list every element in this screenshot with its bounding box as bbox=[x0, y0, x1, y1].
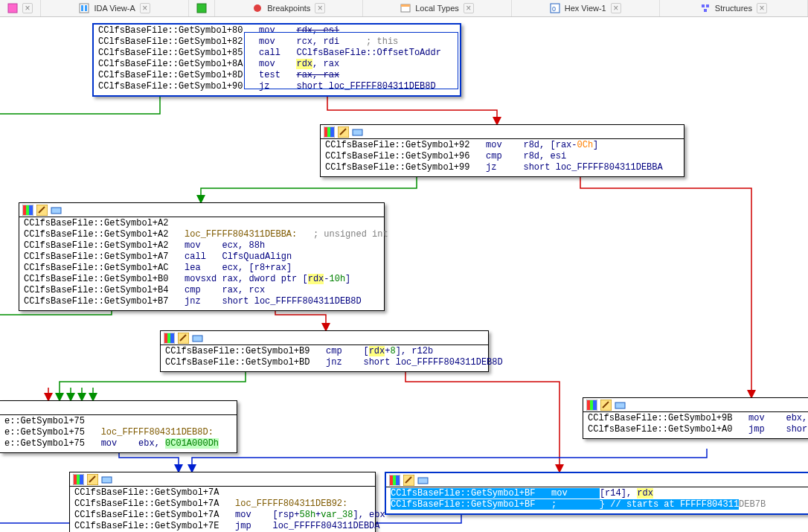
basic-block-b92[interactable]: CClfsBaseFile::GetSymbol+92 mov r8d, [ra… bbox=[320, 124, 684, 177]
tab-local-types[interactable]: Local Types × bbox=[363, 0, 511, 16]
close-icon[interactable]: × bbox=[611, 3, 621, 13]
svg-rect-46 bbox=[396, 475, 400, 485]
tab-label: IDA View-A bbox=[94, 4, 135, 13]
disasm-body: CClfsBaseFile::GetSymbol+92 mov r8d, [ra… bbox=[321, 139, 684, 176]
edit-icon[interactable] bbox=[600, 400, 612, 411]
struct-icon bbox=[700, 3, 711, 13]
tab-unknown-1[interactable]: × bbox=[0, 0, 41, 16]
svg-rect-22 bbox=[29, 205, 33, 215]
palette-icon bbox=[324, 126, 335, 138]
svg-rect-32 bbox=[587, 400, 590, 410]
svg-rect-0 bbox=[8, 4, 17, 13]
palette-icon bbox=[164, 333, 175, 344]
svg-rect-36 bbox=[615, 403, 625, 408]
tab-bar: × IDA View-A × Breakpoints × Local Types… bbox=[0, 0, 808, 17]
tab-hex-view[interactable]: 0 Hex View-1 × bbox=[512, 0, 660, 16]
svg-rect-1 bbox=[80, 4, 89, 13]
block-header bbox=[386, 473, 808, 487]
svg-rect-14 bbox=[324, 127, 327, 137]
svg-rect-42 bbox=[102, 477, 112, 483]
svg-rect-26 bbox=[164, 333, 167, 343]
ida-view-icon bbox=[79, 3, 89, 13]
svg-rect-27 bbox=[167, 333, 170, 343]
tab-label: Hex View-1 bbox=[565, 4, 606, 13]
svg-rect-28 bbox=[170, 333, 174, 343]
group-icon[interactable] bbox=[615, 400, 626, 411]
svg-rect-2 bbox=[81, 5, 83, 11]
svg-rect-34 bbox=[593, 400, 597, 410]
block-header bbox=[70, 472, 375, 487]
svg-rect-3 bbox=[85, 5, 87, 11]
palette-icon bbox=[73, 474, 84, 485]
tab-label: Local Types bbox=[415, 4, 459, 13]
tab-unknown-2[interactable] bbox=[189, 0, 215, 16]
svg-rect-21 bbox=[26, 205, 29, 215]
basic-block-b7A[interactable]: CClfsBaseFile::GetSymbol+7A CClfsBaseFil… bbox=[69, 472, 376, 532]
basic-block-bBF[interactable]: CClfsBaseFile::GetSymbol+BF mov [r14], r… bbox=[385, 472, 808, 515]
basic-block-bA2[interactable]: CClfsBaseFile::GetSymbol+A2 CClfsBaseFil… bbox=[19, 202, 385, 311]
breakpoint-icon bbox=[252, 3, 263, 13]
edit-icon[interactable] bbox=[403, 475, 414, 486]
close-icon[interactable]: × bbox=[464, 3, 474, 13]
block-header bbox=[0, 401, 237, 415]
block-header bbox=[583, 398, 808, 412]
edit-icon[interactable] bbox=[87, 474, 98, 485]
group-icon[interactable] bbox=[192, 333, 203, 344]
disasm-body: CClfsBaseFile::GetSymbol+A2 CClfsBaseFil… bbox=[19, 217, 384, 310]
tab-breakpoints[interactable]: Breakpoints × bbox=[215, 0, 363, 16]
palette-icon bbox=[389, 475, 400, 486]
edit-icon[interactable] bbox=[178, 333, 189, 344]
block-header bbox=[161, 331, 488, 345]
palette-icon bbox=[586, 400, 597, 411]
close-icon[interactable]: × bbox=[315, 3, 325, 13]
basic-block-b9B[interactable]: CClfsBaseFile::GetSymbol+9B mov ebx, CCl… bbox=[583, 397, 808, 439]
disasm-body: CClfsBaseFile::GetSymbol+9B mov ebx, CCl… bbox=[583, 412, 808, 438]
svg-rect-33 bbox=[590, 400, 593, 410]
tab-ida-view-a[interactable]: IDA View-A × bbox=[41, 0, 189, 16]
disasm-body: CClfsBaseFile::GetSymbol+7A CClfsBaseFil… bbox=[70, 487, 375, 532]
svg-rect-12 bbox=[704, 9, 707, 12]
disasm-body: CClfsBaseFile::GetSymbol+B9 cmp [rdx+8],… bbox=[161, 345, 488, 371]
square-green-icon bbox=[196, 3, 207, 13]
disasm-body: CClfsBaseFile::GetSymbol+BF mov [r14], r… bbox=[386, 487, 808, 513]
svg-rect-18 bbox=[353, 129, 362, 135]
svg-point-5 bbox=[254, 4, 261, 12]
svg-rect-10 bbox=[702, 4, 705, 7]
svg-rect-39 bbox=[77, 475, 80, 484]
svg-rect-4 bbox=[197, 4, 206, 13]
palette-icon bbox=[22, 205, 33, 216]
basic-block-b75[interactable]: e::GetSymbol+75 e::GetSymbol+75 loc_FFFF… bbox=[0, 400, 237, 453]
basic-block-bB9[interactable]: CClfsBaseFile::GetSymbol+B9 cmp [rdx+8],… bbox=[160, 330, 489, 372]
group-icon[interactable] bbox=[352, 126, 363, 138]
graph-canvas[interactable]: CClfsBaseFile::GetSymbol+80 mov rdx, esi… bbox=[0, 17, 808, 532]
edit-icon[interactable] bbox=[338, 126, 349, 138]
svg-rect-45 bbox=[393, 475, 396, 485]
basic-block-b80[interactable]: CClfsBaseFile::GetSymbol+80 mov rdx, esi… bbox=[92, 23, 461, 97]
svg-rect-16 bbox=[330, 127, 334, 137]
group-icon[interactable] bbox=[101, 474, 112, 485]
svg-text:0: 0 bbox=[552, 5, 556, 13]
tab-label: Breakpoints bbox=[267, 4, 310, 13]
tab-structures[interactable]: Structures × bbox=[660, 0, 808, 16]
svg-rect-30 bbox=[193, 336, 202, 342]
group-icon[interactable] bbox=[51, 205, 62, 216]
disasm-body: CClfsBaseFile::GetSymbol+80 mov rdx, esi… bbox=[94, 25, 460, 95]
hex-icon: 0 bbox=[550, 3, 560, 13]
close-icon[interactable]: × bbox=[22, 3, 33, 13]
block-header bbox=[321, 125, 684, 139]
group-icon[interactable] bbox=[417, 475, 429, 486]
block-header bbox=[19, 203, 384, 217]
svg-rect-11 bbox=[706, 4, 709, 7]
square-pink-icon bbox=[7, 3, 18, 13]
svg-rect-40 bbox=[80, 475, 83, 484]
svg-rect-15 bbox=[327, 127, 330, 137]
svg-rect-38 bbox=[74, 475, 77, 484]
close-icon[interactable]: × bbox=[140, 3, 150, 13]
types-icon bbox=[400, 3, 411, 13]
disasm-body: e::GetSymbol+75 e::GetSymbol+75 loc_FFFF… bbox=[0, 415, 237, 452]
tab-label: Structures bbox=[715, 4, 752, 13]
svg-rect-44 bbox=[390, 475, 393, 485]
close-icon[interactable]: × bbox=[757, 3, 767, 13]
edit-icon[interactable] bbox=[36, 205, 48, 216]
svg-rect-24 bbox=[51, 208, 61, 214]
